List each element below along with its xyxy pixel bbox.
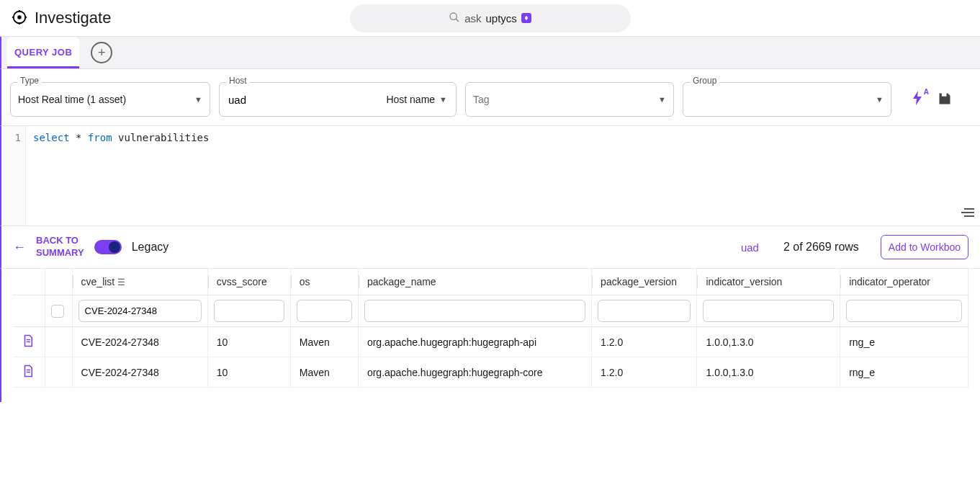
- host-mode-value: Host name: [386, 94, 435, 105]
- filter-indicator_version[interactable]: [703, 300, 834, 322]
- group-label: Group: [690, 76, 719, 86]
- cell-indicator_version: 1.0.0,1.3.0: [697, 327, 840, 357]
- filter-package_name[interactable]: [364, 300, 585, 322]
- search-icon: [449, 12, 460, 25]
- host-input[interactable]: [220, 83, 377, 116]
- filters-row: Type Host Real time (1 asset) ▼ Host Hos…: [0, 69, 980, 125]
- tab-query-job[interactable]: QUERY JOB: [7, 37, 79, 68]
- table-row: CVE-2024-27348 10 Maven org.apache.hugeg…: [13, 357, 968, 388]
- cell-cve_list: CVE-2024-27348: [72, 357, 207, 388]
- cell-indicator_operator: rng_e: [840, 327, 968, 357]
- document-icon[interactable]: [22, 338, 35, 349]
- host-label: Host: [226, 76, 250, 86]
- back-to-summary-link[interactable]: BACK TO SUMMARY: [36, 235, 84, 259]
- svg-point-6: [450, 13, 457, 19]
- type-value: Host Real time (1 asset): [18, 94, 126, 105]
- cell-os: Maven: [290, 327, 358, 357]
- tab-bar: QUERY JOB +: [0, 37, 980, 69]
- filter-icon: ☰: [117, 277, 125, 287]
- cell-cvss_score: 10: [207, 357, 290, 388]
- run-query-icon[interactable]: A: [912, 91, 923, 109]
- back-arrow-icon[interactable]: ←: [13, 240, 26, 255]
- col-indicator_operator[interactable]: indicator_operator: [840, 269, 968, 295]
- line-number: 1: [1, 132, 21, 143]
- cell-package_name: org.apache.hugegraph:hugegraph-api: [358, 327, 591, 357]
- add-tab-button[interactable]: +: [91, 42, 112, 63]
- svg-point-1: [18, 16, 21, 19]
- filter-package_version[interactable]: [598, 300, 691, 322]
- title-wrap: Investigate: [12, 9, 111, 27]
- cell-package_name: org.apache.hugegraph:hugegraph-core: [358, 357, 591, 388]
- page-title: Investigate: [35, 9, 111, 27]
- results-toolbar: ← BACK TO SUMMARY Legacy uad 2 of 2669 r…: [0, 226, 980, 269]
- cell-cve_list: CVE-2024-27348: [72, 327, 207, 357]
- chevron-down-icon: ▼: [876, 95, 884, 104]
- col-os[interactable]: os: [290, 269, 358, 295]
- cell-cvss_score: 10: [207, 327, 290, 357]
- tag-placeholder: Tag: [473, 94, 490, 105]
- filter-indicator_operator[interactable]: [846, 300, 962, 322]
- cell-package_version: 1.2.0: [592, 327, 697, 357]
- editor-gutter: 1: [1, 126, 26, 226]
- document-icon[interactable]: [22, 368, 35, 380]
- col-indicator_version[interactable]: indicator_version: [697, 269, 840, 295]
- col-cvss_score[interactable]: cvss_score: [207, 269, 290, 295]
- group-select[interactable]: ▼: [683, 82, 891, 117]
- cell-indicator_operator: rng_e: [840, 357, 968, 388]
- filter-cvss_score[interactable]: [214, 300, 284, 322]
- action-icons: A: [912, 91, 952, 109]
- brand-badge-icon: [521, 13, 531, 23]
- col-package_version[interactable]: package_version: [592, 269, 697, 295]
- table-row: CVE-2024-27348 10 Maven org.apache.hugeg…: [13, 327, 968, 357]
- kw-select: select: [33, 132, 70, 143]
- cell-indicator_version: 1.0.0,1.3.0: [697, 357, 840, 388]
- col-package_name[interactable]: package_name: [358, 269, 591, 295]
- legacy-toggle[interactable]: [94, 240, 122, 254]
- search-brand: uptycs: [485, 12, 516, 24]
- select-all-checkbox[interactable]: [51, 305, 64, 318]
- ask-search-pill[interactable]: ask uptycs: [350, 4, 631, 32]
- row-count: 2 of 2669 rows: [783, 241, 859, 254]
- host-tag[interactable]: uad: [741, 241, 759, 254]
- chevron-down-icon: ▼: [439, 95, 447, 104]
- filter-os[interactable]: [297, 300, 352, 322]
- col-cve_list[interactable]: cve_list☰: [72, 269, 207, 295]
- chevron-down-icon: ▼: [658, 95, 666, 104]
- filter-cve_list[interactable]: [78, 300, 202, 322]
- tag-select[interactable]: Tag ▼: [465, 82, 674, 117]
- table-header-row: cve_list☰ cvss_score os package_name pac…: [13, 269, 968, 295]
- type-label: Type: [17, 76, 42, 86]
- host-mode-select[interactable]: Host name ▼: [377, 83, 456, 116]
- investigate-icon: [12, 9, 27, 27]
- search-prefix: ask: [464, 12, 481, 24]
- save-icon[interactable]: [938, 92, 952, 108]
- chevron-down-icon: ▼: [194, 95, 202, 104]
- svg-line-7: [456, 19, 459, 22]
- results-table: cve_list☰ cvss_score os package_name pac…: [13, 269, 968, 388]
- add-to-workbook-button[interactable]: Add to Workboo: [881, 235, 968, 259]
- table-filter-row: [13, 295, 968, 327]
- results-table-wrap: cve_list☰ cvss_score os package_name pac…: [0, 269, 980, 402]
- host-field: Host name ▼: [219, 82, 457, 117]
- app-header: Investigate ask uptycs: [0, 0, 980, 37]
- star: *: [76, 132, 81, 143]
- editor-code[interactable]: select * from vulnerabilities: [26, 126, 216, 226]
- sql-editor[interactable]: 1 select * from vulnerabilities: [0, 125, 980, 226]
- cell-package_version: 1.2.0: [592, 357, 697, 388]
- type-select[interactable]: Host Real time (1 asset) ▼: [10, 82, 210, 117]
- cell-os: Maven: [290, 357, 358, 388]
- legacy-label: Legacy: [132, 241, 169, 254]
- table-name: vulnerabilities: [118, 132, 209, 143]
- kw-from: from: [88, 132, 112, 143]
- format-icon[interactable]: [961, 207, 974, 220]
